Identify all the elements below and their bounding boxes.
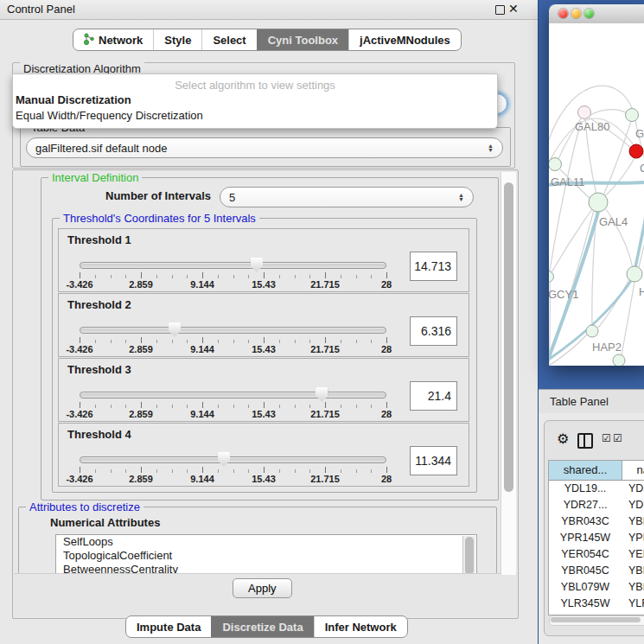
network-node-top-right[interactable]	[625, 108, 639, 122]
threshold-1-panel: Threshold 1 -3.4262.8599.14415.4321.7152…	[58, 228, 469, 292]
slider-thumb[interactable]	[250, 258, 263, 272]
minimize-traffic-light-icon[interactable]	[571, 9, 581, 18]
float-window-icon[interactable]	[495, 5, 505, 15]
threshold-2-value-field[interactable]: 6.316	[410, 316, 457, 346]
table-row[interactable]: YPR145WYPR1	[549, 530, 644, 546]
attributes-list-scrollbar[interactable]	[462, 536, 475, 576]
threshold-4-panel: Threshold 4 -3.4262.8599.14415.4321.7152…	[58, 423, 469, 487]
network-node-hap2[interactable]	[586, 325, 599, 338]
table-row[interactable]: YBR045CYBR0	[549, 563, 644, 579]
control-panel-titlebar: Control Panel ✕	[0, 0, 538, 20]
slider-track[interactable]	[80, 262, 386, 269]
slider-thumb[interactable]	[316, 387, 328, 402]
threshold-2-slider[interactable]: -3.4262.8599.14415.4321.71528	[80, 325, 386, 353]
control-panel-window: Control Panel ✕ Network Style Se	[0, 0, 538, 644]
network-node-gal4[interactable]	[589, 193, 609, 213]
threshold-3-slider[interactable]: -3.4262.8599.14415.4321.71528	[80, 390, 386, 418]
checkbox-icon[interactable]: ☑	[613, 432, 622, 444]
combo-arrows-icon: ▲▼	[488, 143, 494, 152]
tab-impute-data[interactable]: Impute Data	[126, 616, 211, 637]
table-row[interactable]: YBR043CYBR0	[549, 513, 644, 530]
network-window-titlebar[interactable]	[549, 4, 644, 24]
node-label: GAL80	[575, 120, 609, 133]
table-data-select[interactable]: galFiltered.sif default node ▲▼	[26, 137, 503, 158]
network-node-selected-red[interactable]	[629, 144, 644, 159]
settings-vertical-scrollbar[interactable]	[501, 172, 516, 575]
algorithm-option-manual[interactable]: Manual Discretization	[16, 93, 131, 106]
checkbox-icon[interactable]: ☑	[602, 432, 611, 444]
tab-infer-network[interactable]: Infer Network	[314, 616, 407, 637]
column-header-shared-name[interactable]: shared...	[549, 461, 622, 480]
number-of-intervals-value: 5	[229, 191, 235, 204]
network-node-bottom[interactable]	[613, 354, 626, 367]
slider-thumb[interactable]	[169, 322, 182, 337]
column-header-name[interactable]: na	[622, 461, 644, 480]
split-columns-icon[interactable]	[577, 433, 593, 449]
threshold-1-value-field[interactable]: 14.713	[410, 252, 457, 281]
table-row[interactable]: YLR345WYLR3	[549, 596, 644, 612]
node-label: HAP2	[592, 341, 622, 354]
network-node-right[interactable]	[627, 266, 643, 283]
tab-jactivemnodules[interactable]: jActiveMNodules	[348, 29, 461, 50]
close-icon[interactable]: ✕	[508, 2, 519, 16]
list-item[interactable]: TopologicalCoefficient	[56, 549, 476, 563]
tab-select[interactable]: Select	[201, 29, 256, 50]
gear-icon[interactable]: ⚙	[557, 430, 569, 447]
slider-ticks	[80, 337, 386, 344]
table-panel-area: ⚙ ☑ ☑ shared... na YDL19...YDL1 YDR27...…	[539, 413, 644, 644]
threshold-3-value-field[interactable]: 21.4	[410, 381, 457, 411]
tab-cyni-toolbox[interactable]: Cyni Toolbox	[257, 29, 348, 50]
apply-button[interactable]: Apply	[233, 578, 292, 598]
node-label: GAL4	[599, 215, 628, 228]
node-label: GA	[635, 127, 644, 140]
close-traffic-light-icon[interactable]	[558, 9, 568, 18]
threshold-4-value-field[interactable]: 11.344	[410, 446, 457, 475]
threshold-1-slider[interactable]: -3.4262.8599.14415.4321.71528	[80, 260, 386, 288]
table-header-row: shared... na	[549, 461, 644, 481]
scrollbar-thumb[interactable]	[504, 182, 513, 492]
threshold-3-panel: Threshold 3 -3.4262.8599.14415.4321.7152…	[58, 358, 469, 422]
slider-thumb[interactable]	[217, 452, 230, 467]
attributes-group: Attributes to discretize Numerical Attri…	[18, 507, 497, 580]
slider-scale-labels: -3.4262.8599.14415.4321.71528	[80, 474, 386, 484]
number-of-intervals-select[interactable]: 5 ▲▼	[220, 187, 474, 207]
slider-ticks	[80, 272, 386, 279]
list-item[interactable]: SelfLoops	[56, 535, 476, 549]
table-row[interactable]: YDR27...YDR2	[549, 497, 644, 513]
slider-track[interactable]	[80, 392, 386, 399]
tab-network[interactable]: Network	[73, 29, 153, 50]
threshold-2-label: Threshold 2	[67, 298, 131, 311]
threshold-2-panel: Threshold 2 -3.4262.8599.14415.4321.7152…	[58, 293, 469, 357]
threshold-4-label: Threshold 4	[67, 428, 131, 441]
node-label: C	[640, 162, 644, 175]
scrollbar-thumb[interactable]	[551, 617, 641, 622]
table-panel-content: ⚙ ☑ ☑ shared... na YDL19...YDL1 YDR27...…	[544, 420, 644, 636]
control-panel-tabs: Network Style Select Cyni Toolbox jActiv…	[73, 29, 462, 51]
thresholds-group: Threshold's Coordinates for 5 Intervals …	[52, 218, 477, 493]
slider-scale-labels: -3.4262.8599.14415.4321.71528	[80, 279, 386, 290]
slider-track[interactable]	[80, 456, 386, 463]
numerical-attributes-label: Numerical Attributes	[50, 516, 160, 529]
tab-discretize-data[interactable]: Discretize Data	[211, 616, 313, 637]
zoom-traffic-light-icon[interactable]	[584, 9, 594, 18]
threshold-4-slider[interactable]: -3.4262.8599.14415.4321.71528	[80, 455, 386, 482]
slider-track[interactable]	[80, 327, 386, 334]
algorithm-option-equal-width[interactable]: Equal Width/Frequency Discretization	[16, 109, 203, 122]
thresholds-group-title: Threshold's Coordinates for 5 Intervals	[60, 212, 259, 225]
combo-arrows-icon: ▲▼	[458, 193, 464, 201]
screenshot-root: Control Panel ✕ Network Style Se	[0, 0, 644, 644]
table-horizontal-scrollbar[interactable]	[549, 615, 644, 626]
cyni-mode-tabs: Impute Data Discretize Data Infer Networ…	[125, 615, 408, 638]
network-node-gal80[interactable]	[577, 105, 591, 119]
table-row[interactable]: YDL19...YDL1	[549, 481, 644, 497]
table-row[interactable]: YBL079WYBL0	[549, 579, 644, 596]
network-canvas[interactable]: GAL80 GA C GAL11 GAL4 GCY1 H HAP2	[549, 23, 644, 366]
algorithm-settings-panel: Interval Definition Number of Intervals …	[12, 169, 519, 619]
node-label: GAL11	[551, 175, 585, 188]
node-label: GCY1	[549, 288, 578, 301]
table-panel-title: Table Panel	[550, 395, 609, 408]
tab-style[interactable]: Style	[153, 29, 201, 50]
table-row[interactable]: YER054CYER0	[549, 546, 644, 563]
attributes-group-title: Attributes to discretize	[26, 501, 143, 513]
threshold-1-label: Threshold 1	[67, 233, 131, 246]
